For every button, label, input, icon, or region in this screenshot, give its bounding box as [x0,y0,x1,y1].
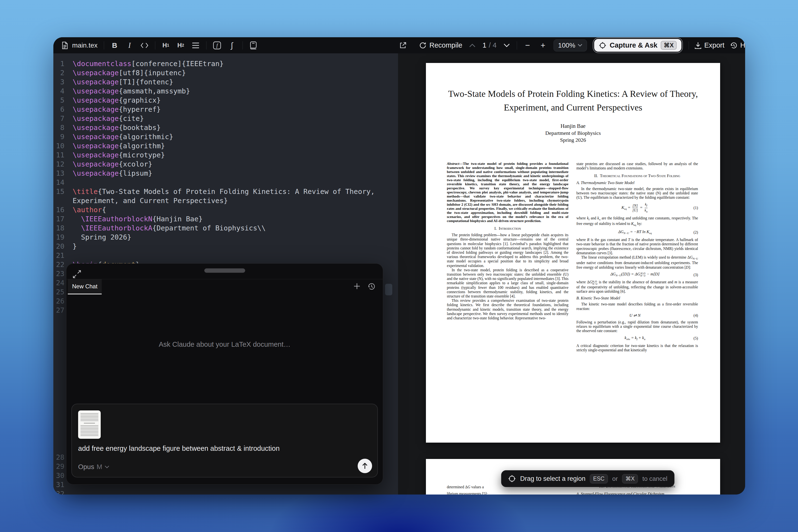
line-number: 25 [53,287,64,297]
equation: ΔGN−U([D]) = ΔGH₂ON−U − m[D] (3) [576,272,698,278]
toolbar-separator [104,41,104,50]
pdf-right-column: state proteins are discussed as case stu… [576,162,698,411]
page2-subsection-heading: A. Stopped-Flow Fluorescence and Circula… [576,492,698,495]
code-line[interactable]: 16\author{ [53,205,398,214]
page-total: / 4 [489,41,497,49]
captured-region-thumbnail[interactable] [78,411,101,439]
code-line[interactable]: 5\usepackage{graphicx} [53,96,398,105]
editor-scrollbar[interactable] [385,284,392,295]
history-button[interactable]: History [730,41,745,49]
equation: U ⇌ N (4) [576,314,698,318]
code-line[interactable]: 10\usepackage{algorithm} [53,141,398,150]
tab-new-chat[interactable]: New Chat [68,279,102,294]
zoom-level-select[interactable]: 100% [554,39,587,52]
line-number: 23 [53,269,64,278]
chat-message-text[interactable]: add free energy landscape figure between… [78,444,280,453]
toast-text: Drag to select a region [520,475,586,482]
pdf-preview-pane[interactable]: Two-State Models of Protein Folding Kine… [398,53,745,495]
line-number: 20 [53,242,64,251]
code-line[interactable]: 17 \IEEEauthorblockN{Hanjin Bae} [53,214,398,224]
body-paragraph: In the thermodynamic two-state model, th… [576,187,698,200]
function-button[interactable]: f [213,41,221,50]
line-number: 6 [53,105,64,114]
equation: Keq = [N][U] = kfku(1) [576,202,698,213]
paper-date: Spring 2026 [426,136,720,144]
chat-history-icon[interactable] [367,282,376,291]
code-line[interactable]: 13\usepackage{lipsum} [53,169,398,178]
italic-button[interactable]: I [125,41,134,50]
chat-input[interactable]: add free energy landscape figure between… [71,404,378,477]
line-number: 12 [53,159,64,169]
code-line[interactable]: 1\documentclass[conference]{IEEEtran} [53,59,398,68]
page-up-icon[interactable] [468,41,477,50]
toolbar-separator [155,41,155,50]
body-paragraph: Following a perturbation (e.g., rapid di… [576,320,698,333]
line-number: 10 [53,141,64,150]
code-line[interactable]: 14 [53,178,398,187]
line-number: 19 [53,233,64,242]
code-line[interactable]: 20} [53,242,398,251]
pdf-left-column: Abstract—The two-state model of protein … [447,162,568,411]
body-paragraph: where R is the gas constant and T is the… [576,238,698,255]
integral-button[interactable]: ∫ [228,41,236,50]
model-selector[interactable]: Opus M [78,463,109,471]
book-button[interactable] [249,41,258,50]
list-button[interactable] [191,41,200,50]
capture-toast: Drag to select a region ESC or ⌘X to can… [501,470,674,487]
capture-kbd-badge: ⌘X [661,41,677,50]
code-line[interactable]: Experiment, and Current Perspectives} [53,196,398,205]
code-line[interactable]: 18 \IEEEauthorblockA{Department of Bioph… [53,224,398,233]
line-number: 15 [53,187,64,196]
new-chat-button[interactable] [353,282,361,291]
line-number: 27 [53,306,64,315]
code-line[interactable]: 21 [53,251,398,260]
code-line[interactable]: 12\usepackage{xcolor} [53,159,398,169]
code-line[interactable]: 15\title{Two-State Models of Protein Fol… [53,187,398,196]
code-line[interactable]: 2\usepackage[utf8]{inputenc} [53,68,398,77]
page-down-icon[interactable] [502,41,511,50]
body-paragraph: This review provides a comprehensive exa… [447,299,568,320]
file-tab[interactable]: main.tex [61,41,98,50]
model-name: Opus [78,463,94,471]
chat-placeholder: Ask Claude about your LaTeX document… [66,341,383,348]
svg-text:f: f [216,43,218,48]
page-indicator: 1 / 4 [482,41,496,49]
code-line[interactable]: 3\usepackage[T1]{fontenc} [53,77,398,87]
code-line[interactable]: 6\usepackage{hyperref} [53,105,398,114]
code-line[interactable]: 4\usepackage{amsmath,amssymb} [53,87,398,96]
line-number: 21 [53,251,64,260]
code-line[interactable]: 7\usepackage{cite} [53,114,398,123]
expand-icon[interactable] [73,270,81,280]
code-button[interactable] [140,41,149,50]
body-paragraph: where kf and ku are the folding and unfo… [576,216,698,227]
code-line[interactable]: 19 Spring 2026} [53,233,398,242]
bold-button[interactable]: B [110,41,119,50]
recompile-button[interactable]: Recompile [419,41,462,49]
open-external-icon[interactable] [399,41,407,50]
export-button[interactable]: Export [695,41,724,49]
equation: kobs = kf + ku (5) [576,336,698,341]
heading1-button[interactable]: H1 [162,41,170,50]
section-heading: II. Theoretical Foundations of Two-State… [576,174,698,178]
line-number: 2 [53,68,64,77]
drag-handle[interactable] [204,268,245,273]
line-number: 8 [53,123,64,132]
capture-ask-button[interactable]: Capture & Ask ⌘X [594,39,681,52]
code-line[interactable]: 11\usepackage{microtype} [53,150,398,159]
send-button[interactable] [358,459,372,473]
subsection-heading: A. Thermodynamic Two-State Model [576,181,698,185]
heading2-button[interactable]: H2 [176,41,185,50]
code-line[interactable]: 8\usepackage{booktabs} [53,123,398,132]
code-line[interactable]: 9\usepackage{algorithmic} [53,132,398,141]
line-number: 4 [53,87,64,96]
author-affiliation: Department of Biophysics [426,130,720,136]
pdf-page-1: Two-State Models of Protein Folding Kine… [426,63,720,443]
zoom-in-button[interactable]: + [538,41,548,50]
file-name: main.tex [72,42,98,49]
line-number: 7 [53,114,64,123]
body-paragraph: The kinetic two-state model describes fo… [576,302,698,311]
section-heading: I. Introduction [447,226,568,231]
cmdx-key-badge: ⌘X [622,474,638,483]
line-number: 11 [53,150,64,159]
zoom-out-button[interactable]: − [523,41,532,50]
